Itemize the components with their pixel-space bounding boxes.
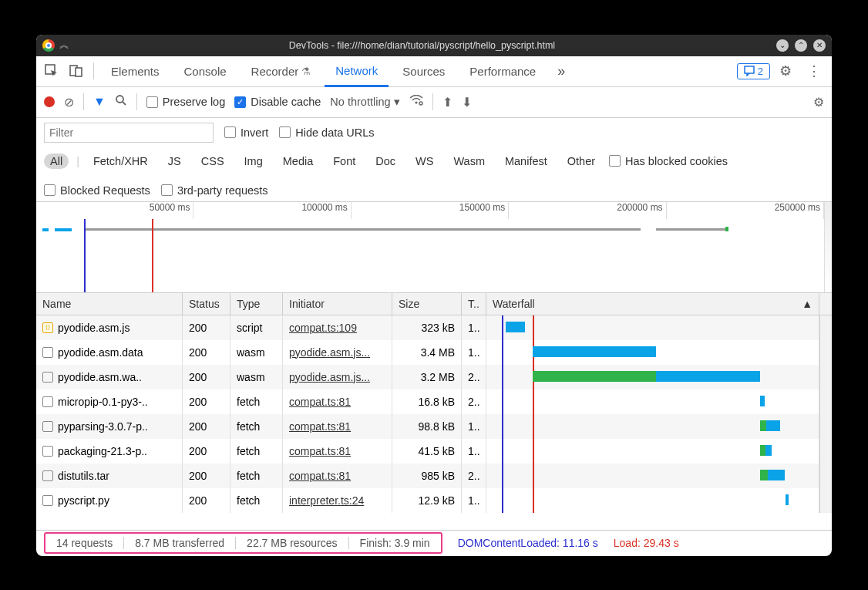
request-type: fetch xyxy=(230,488,283,513)
filter-input[interactable] xyxy=(44,123,214,143)
table-row[interactable]: pyparsing-3.0.7-p.. 200 fetch compat.ts:… xyxy=(36,414,832,439)
scrollbar[interactable] xyxy=(819,488,832,513)
tab-elements[interactable]: Elements xyxy=(100,56,170,86)
table-row[interactable]: pyodide.asm.js 200 script compat.ts:109 … xyxy=(36,315,832,340)
request-size: 98.8 kB xyxy=(392,414,462,439)
filter-type-other[interactable]: Other xyxy=(561,153,601,169)
tab-console[interactable]: Console xyxy=(173,56,237,86)
inspect-icon[interactable] xyxy=(41,60,62,82)
filter-type-manifest[interactable]: Manifest xyxy=(499,153,553,169)
has-blocked-cookies-checkbox[interactable]: Has blocked cookies xyxy=(609,155,728,167)
filter-type-font[interactable]: Font xyxy=(327,153,362,169)
tab-recorder[interactable]: Recorder⚗ xyxy=(241,56,322,86)
third-party-checkbox[interactable]: 3rd-party requests xyxy=(161,184,268,197)
filter-type-doc[interactable]: Doc xyxy=(369,153,402,169)
status-bar: 14 requests 8.7 MB transferred 22.7 MB r… xyxy=(36,530,832,556)
tabs-overflow-icon[interactable]: » xyxy=(550,63,573,79)
request-initiator[interactable]: interpreter.ts:24 xyxy=(289,494,364,507)
table-row[interactable]: pyodide.asm.wa.. 200 wasm pyodide.asm.js… xyxy=(36,365,832,389)
has-blocked-label: Has blocked cookies xyxy=(625,155,728,167)
upload-icon[interactable]: ⬆ xyxy=(442,95,453,110)
col-initiator[interactable]: Initiator xyxy=(283,293,392,315)
tab-performance[interactable]: Performance xyxy=(459,56,547,86)
table-row[interactable]: pyscript.py 200 fetch interpreter.ts:24 … xyxy=(36,488,832,513)
filter-type-ws[interactable]: WS xyxy=(409,153,439,169)
filter-funnel-icon[interactable]: ▼ xyxy=(93,95,106,109)
scrollbar[interactable] xyxy=(819,439,832,464)
scrollbar[interactable] xyxy=(819,414,832,439)
request-name: pyodide.asm.data xyxy=(58,346,143,359)
filter-type-js[interactable]: JS xyxy=(162,153,187,169)
request-initiator[interactable]: compat.ts:81 xyxy=(289,445,351,457)
timeline-overview[interactable]: 50000 ms 100000 ms 150000 ms 200000 ms 2… xyxy=(36,202,832,293)
timeline-scrollbar[interactable] xyxy=(824,202,832,292)
request-type: wasm xyxy=(230,365,283,389)
table-row[interactable]: distutils.tar 200 fetch compat.ts:81 985… xyxy=(36,464,832,488)
svg-line-5 xyxy=(123,102,126,105)
blocked-requests-checkbox[interactable]: Blocked Requests xyxy=(44,184,150,197)
load-time: Load: 29.43 s xyxy=(614,537,679,549)
filter-type-img[interactable]: Img xyxy=(238,153,269,169)
throttling-select[interactable]: No throttling▾ xyxy=(330,96,399,108)
message-icon xyxy=(744,66,755,76)
close-button[interactable]: ✕ xyxy=(813,39,826,52)
filter-type-media[interactable]: Media xyxy=(277,153,320,169)
issues-button[interactable]: 2 xyxy=(737,63,770,79)
preserve-log-checkbox[interactable]: Preserve log xyxy=(146,96,225,108)
request-initiator[interactable]: compat.ts:109 xyxy=(289,322,357,334)
col-time[interactable]: T.. xyxy=(462,293,486,315)
devtools-tabbar: Elements Console Recorder⚗ Network Sourc… xyxy=(36,56,832,87)
request-initiator[interactable]: compat.ts:81 xyxy=(289,470,351,482)
filter-type-css[interactable]: CSS xyxy=(195,153,230,169)
request-time: 1.. xyxy=(462,439,486,464)
table-row[interactable]: micropip-0.1-py3-.. 200 fetch compat.ts:… xyxy=(36,389,832,414)
scrollbar[interactable] xyxy=(819,340,832,365)
toolbar-gear-icon[interactable]: ⚙ xyxy=(813,95,824,110)
disable-cache-checkbox[interactable]: ✓Disable cache xyxy=(234,96,321,108)
col-status[interactable]: Status xyxy=(183,293,230,315)
record-button[interactable] xyxy=(44,96,55,107)
filter-type-all[interactable]: All xyxy=(44,153,69,169)
request-status: 200 xyxy=(183,365,230,389)
request-initiator[interactable]: compat.ts:81 xyxy=(289,396,351,408)
titlebar-chevron-icon[interactable]: ︽ xyxy=(59,39,69,52)
tab-network[interactable]: Network xyxy=(325,56,389,87)
finish-time: Finish: 3.9 min xyxy=(349,537,441,549)
invert-checkbox[interactable]: Invert xyxy=(224,126,268,139)
device-toggle-icon[interactable] xyxy=(66,60,87,82)
request-initiator[interactable]: compat.ts:81 xyxy=(289,420,351,433)
file-icon xyxy=(42,322,53,333)
col-size[interactable]: Size xyxy=(392,293,462,315)
scrollbar[interactable] xyxy=(819,365,832,389)
request-status: 200 xyxy=(183,414,230,439)
minimize-button[interactable]: ⌄ xyxy=(776,39,789,52)
col-name[interactable]: Name xyxy=(36,293,183,315)
wifi-icon[interactable] xyxy=(409,95,423,109)
table-row[interactable]: packaging-21.3-p.. 200 fetch compat.ts:8… xyxy=(36,439,832,464)
preserve-log-label: Preserve log xyxy=(163,96,225,108)
request-initiator[interactable]: pyodide.asm.js... xyxy=(289,346,370,359)
download-icon[interactable]: ⬇ xyxy=(462,95,472,110)
filter-type-wasm[interactable]: Wasm xyxy=(447,153,491,169)
scrollbar[interactable] xyxy=(819,315,832,340)
clear-icon[interactable]: ⊘ xyxy=(64,95,74,110)
tab-sources[interactable]: Sources xyxy=(392,56,456,86)
maximize-button[interactable]: ⌃ xyxy=(795,39,807,52)
search-icon[interactable] xyxy=(115,94,127,110)
waterfall-cell xyxy=(486,414,819,439)
request-name: pyodide.asm.js xyxy=(58,322,130,334)
filter-type-fetch[interactable]: Fetch/XHR xyxy=(87,153,154,169)
col-waterfall[interactable]: Waterfall▲ xyxy=(486,293,819,315)
col-type[interactable]: Type xyxy=(230,293,283,315)
table-row[interactable]: pyodide.asm.data 200 wasm pyodide.asm.js… xyxy=(36,340,832,365)
menu-dots-icon[interactable]: ⋮ xyxy=(801,62,827,79)
svg-point-7 xyxy=(419,102,422,105)
scrollbar[interactable] xyxy=(819,464,832,488)
hide-data-label: Hide data URLs xyxy=(295,126,374,139)
hide-data-urls-checkbox[interactable]: Hide data URLs xyxy=(279,126,374,139)
scrollbar[interactable] xyxy=(819,389,832,414)
settings-gear-icon[interactable]: ⚙ xyxy=(773,62,798,79)
request-initiator[interactable]: pyodide.asm.js... xyxy=(289,371,370,383)
request-type: fetch xyxy=(230,389,283,414)
table-header: Name Status Type Initiator Size T.. Wate… xyxy=(36,293,832,315)
